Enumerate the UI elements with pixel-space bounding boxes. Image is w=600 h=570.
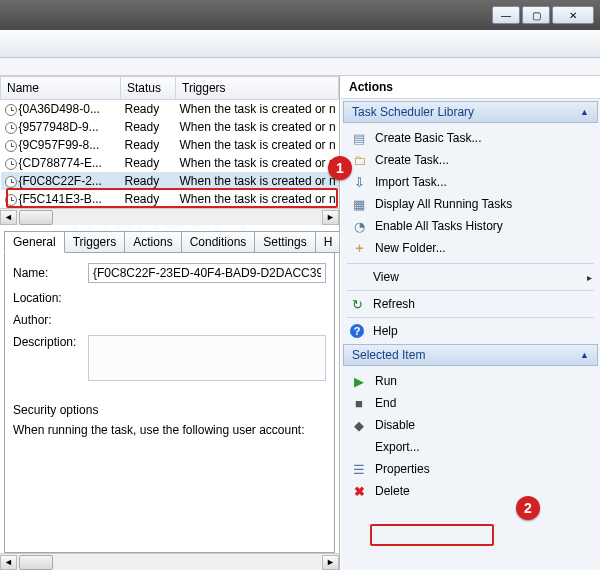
cell-trigger: When the task is created or n <box>176 154 339 172</box>
group-task-scheduler-library[interactable]: Task Scheduler Library ▲ <box>343 101 598 123</box>
clock-icon <box>5 122 17 134</box>
clock-icon <box>5 140 17 152</box>
window-minimize-button[interactable]: — <box>492 6 520 24</box>
clock-icon <box>5 176 17 188</box>
window-close-button[interactable]: ✕ <box>552 6 594 24</box>
col-status[interactable]: Status <box>121 77 176 100</box>
tab-general[interactable]: General <box>4 231 65 253</box>
cell-status: Ready <box>121 136 176 154</box>
window-maximize-button[interactable]: ▢ <box>522 6 550 24</box>
clock-icon <box>5 158 17 170</box>
delete-icon <box>351 483 367 499</box>
view-icon <box>349 269 365 285</box>
action-help[interactable]: Help <box>341 320 600 342</box>
action-label: Create Basic Task... <box>375 131 482 145</box>
task-list-pane: Name Status Triggers {0A36D498-0...Ready… <box>0 76 340 570</box>
scroll-left-arrow[interactable]: ◄ <box>0 210 17 225</box>
location-label: Location: <box>13 291 88 305</box>
col-name[interactable]: Name <box>1 77 121 100</box>
detail-hscroll[interactable]: ◄ ► <box>0 553 339 570</box>
cell-trigger: When the task is created or n <box>176 172 339 190</box>
action-run[interactable]: Run <box>343 370 598 392</box>
tab-actions[interactable]: Actions <box>124 231 181 253</box>
group1-list: Create Basic Task...Create Task...Import… <box>341 125 600 261</box>
end-icon <box>351 395 367 411</box>
tab-conditions[interactable]: Conditions <box>181 231 256 253</box>
cell-status: Ready <box>121 100 176 119</box>
cell-status: Ready <box>121 118 176 136</box>
action-label: Delete <box>375 484 410 498</box>
cell-name: {F5C141E3-B... <box>1 190 121 208</box>
export-icon <box>351 439 367 455</box>
name-field[interactable] <box>88 263 326 283</box>
col-triggers[interactable]: Triggers <box>176 77 339 100</box>
action-display_running[interactable]: Display All Running Tasks <box>343 193 598 215</box>
action-label: Create Task... <box>375 153 449 167</box>
cell-status: Ready <box>121 154 176 172</box>
task-list-hscroll[interactable]: ◄ ► <box>0 208 339 225</box>
cell-trigger: When the task is created or n <box>176 118 339 136</box>
action-new_folder[interactable]: New Folder... <box>343 237 598 259</box>
action-import_task[interactable]: Import Task... <box>343 171 598 193</box>
action-refresh[interactable]: Refresh <box>341 293 600 315</box>
tab-triggers[interactable]: Triggers <box>64 231 126 253</box>
name-label: Name: <box>13 266 88 280</box>
collapse-icon[interactable]: ▲ <box>580 107 589 117</box>
group1-label: Task Scheduler Library <box>352 105 474 119</box>
new_folder-icon <box>351 240 367 256</box>
scroll-right-arrow[interactable]: ► <box>322 555 339 570</box>
separator <box>347 263 594 264</box>
table-row[interactable]: {0A36D498-0...ReadyWhen the task is crea… <box>1 100 339 119</box>
clock-icon <box>5 194 17 206</box>
action-export[interactable]: Export... <box>343 436 598 458</box>
table-row[interactable]: {9577948D-9...ReadyWhen the task is crea… <box>1 118 339 136</box>
annotation-badge-1: 1 <box>328 156 352 180</box>
action-label: New Folder... <box>375 241 446 255</box>
table-row[interactable]: {CD788774-E...ReadyWhen the task is crea… <box>1 154 339 172</box>
action-label: Help <box>373 324 398 338</box>
cell-name: {9577948D-9... <box>1 118 121 136</box>
group-selected-item[interactable]: Selected Item ▲ <box>343 344 598 366</box>
scroll-right-arrow[interactable]: ► <box>322 210 339 225</box>
description-label: Description: <box>13 335 88 349</box>
scroll-left-arrow[interactable]: ◄ <box>0 555 17 570</box>
disable-icon <box>351 417 367 433</box>
collapse-icon[interactable]: ▲ <box>580 350 589 360</box>
create_basic-icon <box>351 130 367 146</box>
action-delete[interactable]: Delete <box>343 480 598 502</box>
refresh-icon <box>349 296 365 312</box>
scroll-thumb[interactable] <box>19 555 53 570</box>
table-row[interactable]: {9C957F99-8...ReadyWhen the task is crea… <box>1 136 339 154</box>
action-view[interactable]: View <box>341 266 600 288</box>
cell-status: Ready <box>121 190 176 208</box>
actions-pane: Actions Task Scheduler Library ▲ Create … <box>340 76 600 570</box>
action-create_basic[interactable]: Create Basic Task... <box>343 127 598 149</box>
action-disable[interactable]: Disable <box>343 414 598 436</box>
table-row[interactable]: {F5C141E3-B...ReadyWhen the task is crea… <box>1 190 339 208</box>
scroll-thumb[interactable] <box>19 210 53 225</box>
action-label: Refresh <box>373 297 415 311</box>
display_running-icon <box>351 196 367 212</box>
description-field[interactable] <box>88 335 326 381</box>
properties-icon <box>351 461 367 477</box>
enable_history-icon <box>351 218 367 234</box>
table-row[interactable]: {F0C8C22F-2...ReadyWhen the task is crea… <box>1 172 339 190</box>
action-properties[interactable]: Properties <box>343 458 598 480</box>
group2-list: RunEndDisableExport...PropertiesDelete <box>341 368 600 504</box>
security-options-header: Security options <box>13 403 326 417</box>
action-label: Properties <box>375 462 430 476</box>
annotation-badge-2: 2 <box>516 496 540 520</box>
toolbar-strip <box>0 30 600 58</box>
action-enable_history[interactable]: Enable All Tasks History <box>343 215 598 237</box>
task-table[interactable]: Name Status Triggers {0A36D498-0...Ready… <box>0 76 339 208</box>
window-titlebar: — ▢ ✕ <box>0 0 600 30</box>
tab-settings[interactable]: Settings <box>254 231 315 253</box>
action-label: End <box>375 396 396 410</box>
action-create_task[interactable]: Create Task... <box>343 149 598 171</box>
import_task-icon <box>351 174 367 190</box>
tab-history[interactable]: H <box>315 231 339 253</box>
action-label: Export... <box>375 440 420 454</box>
action-label: Run <box>375 374 397 388</box>
cell-status: Ready <box>121 172 176 190</box>
action-end[interactable]: End <box>343 392 598 414</box>
